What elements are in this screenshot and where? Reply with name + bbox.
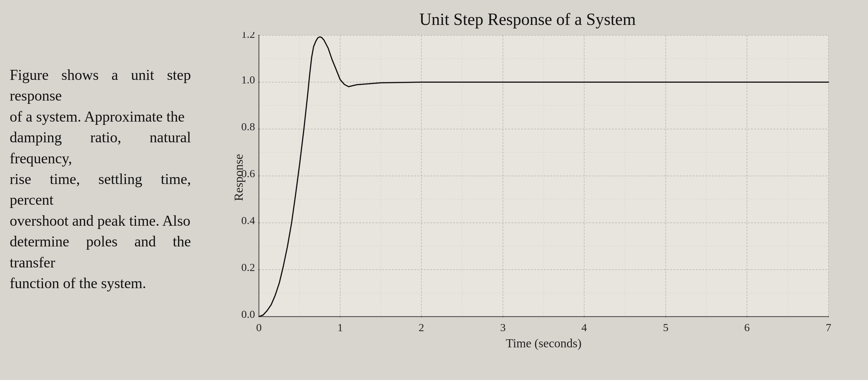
desc-line4: rise time, settling time, percent <box>10 171 191 208</box>
x-tick-5: 5 <box>663 321 669 334</box>
y-tick-0.8: 0.8 <box>242 120 255 133</box>
chart-area: 0.0 0.2 0.4 0.6 0.8 1.0 1.2 0 <box>233 32 848 362</box>
desc-line7: function of the system. <box>10 275 146 291</box>
desc-line6: determine poles and the transfer <box>10 233 191 270</box>
description-text: Figure shows a unit step response of a s… <box>10 65 191 293</box>
desc-line3: damping ratio, natural frequency, <box>10 129 191 166</box>
y-tick-0: 0.0 <box>242 308 255 320</box>
y-tick-1.0: 1.0 <box>242 74 255 86</box>
x-tick-7: 7 <box>826 321 831 334</box>
x-axis-label: Time (seconds) <box>506 336 582 350</box>
x-tick-2: 2 <box>419 321 424 334</box>
chart-title: Unit Step Response of a System <box>200 10 855 29</box>
y-tick-1.2: 1.2 <box>242 32 255 40</box>
x-tick-3: 3 <box>500 321 506 334</box>
desc-line2: of a system. Approximate the <box>10 108 184 125</box>
x-tick-6: 6 <box>744 321 750 334</box>
y-tick-0.4: 0.4 <box>242 214 255 227</box>
y-axis-label: Response <box>233 154 245 201</box>
x-tick-4: 4 <box>582 321 587 334</box>
x-tick-1: 1 <box>338 321 343 334</box>
chart-container: Unit Step Response of a System <box>200 10 855 369</box>
x-tick-0: 0 <box>256 321 262 334</box>
desc-line5: overshoot and peak time. Also <box>10 212 190 229</box>
chart-svg: 0.0 0.2 0.4 0.6 0.8 1.0 1.2 0 <box>233 32 841 362</box>
y-tick-0.2: 0.2 <box>242 261 255 273</box>
desc-line1: Figure shows a unit step response <box>10 67 191 104</box>
